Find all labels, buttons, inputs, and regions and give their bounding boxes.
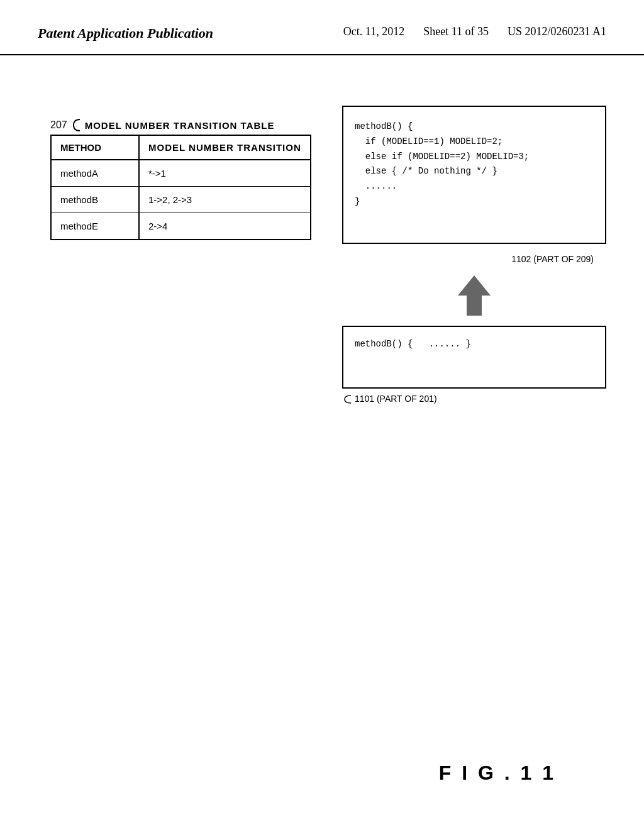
table-id: 207	[50, 119, 67, 131]
code-line-1: methodB() {	[355, 119, 594, 135]
table-title: MODEL NUMBER TRANSITION TABLE	[85, 120, 275, 131]
table-row: methodA *->1	[52, 160, 310, 187]
cell-transition-1: *->1	[140, 160, 310, 186]
code-box-top: methodB() { if (MODELID==1) MODELID=2; e…	[342, 106, 606, 244]
main-content: 207 MODEL NUMBER TRANSITION TABLE METHOD…	[0, 55, 644, 822]
code-line-4: else { /* Do nothing */ }	[355, 164, 594, 179]
code-line-2: if (MODELID==1) MODELID=2;	[355, 135, 594, 150]
table-section: 207 MODEL NUMBER TRANSITION TABLE METHOD…	[50, 118, 311, 240]
code-line-5: ......	[355, 179, 594, 194]
cell-method-3: methodE	[52, 213, 140, 239]
cell-method-2: methodB	[52, 187, 140, 213]
orig-code-line-3: }	[465, 339, 470, 349]
table-title-bracket	[71, 118, 81, 132]
svg-marker-0	[458, 275, 491, 316]
header-info: Oct. 11, 2012 Sheet 11 of 35 US 2012/026…	[343, 25, 606, 38]
col-method-header: METHOD	[52, 136, 140, 159]
table-row: methodE 2->4	[52, 213, 310, 239]
code-line-6: }	[355, 194, 594, 209]
label-1101: 1101 (PART OF 201)	[342, 394, 606, 404]
transition-table: METHOD MODEL NUMBER TRANSITION methodA *…	[50, 135, 311, 240]
patent-number: US 2012/0260231 A1	[508, 25, 606, 38]
orig-code-line-2: ......	[418, 339, 460, 349]
code-line-3: else if (MODELID==2) MODELID=3;	[355, 150, 594, 165]
code-section: methodB() { if (MODELID==1) MODELID=2; e…	[342, 106, 606, 404]
table-label-area: 207 MODEL NUMBER TRANSITION TABLE	[50, 118, 311, 132]
table-header-row: METHOD MODEL NUMBER TRANSITION	[52, 136, 310, 160]
col-transition-header: MODEL NUMBER TRANSITION	[140, 136, 310, 159]
upward-arrow-icon	[455, 273, 493, 317]
publication-date: Oct. 11, 2012	[343, 25, 404, 38]
label-1102: 1102 (PART OF 209)	[342, 254, 606, 264]
publication-title: Patent Application Publication	[38, 25, 213, 42]
table-row: methodB 1->2, 2->3	[52, 187, 310, 213]
orig-code-line-1: methodB() {	[355, 339, 413, 349]
page-header: Patent Application Publication Oct. 11, …	[0, 0, 644, 55]
cell-method-1: methodA	[52, 160, 140, 186]
cell-transition-2: 1->2, 2->3	[140, 187, 310, 213]
cell-transition-3: 2->4	[140, 213, 310, 239]
sheet-info: Sheet 11 of 35	[423, 25, 489, 38]
code-box-bottom: methodB() { ...... }	[342, 326, 606, 389]
fig-label: F I G . 1 1	[439, 761, 556, 785]
